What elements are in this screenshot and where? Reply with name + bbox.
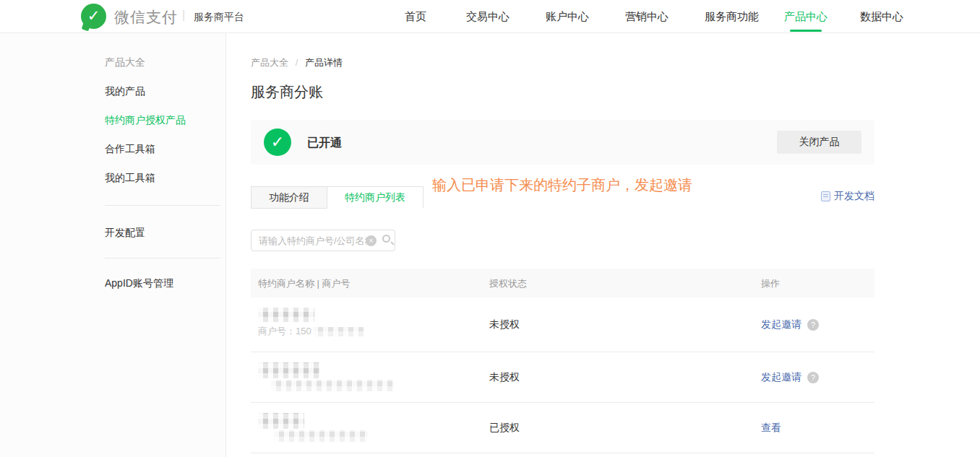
dev-doc-label: 开发文档 [834, 190, 874, 203]
breadcrumb-current: 产品详情 [305, 57, 343, 68]
merchant-name-cell [258, 362, 394, 391]
sidebar-item-dev-config[interactable]: 开发配置 [105, 227, 145, 240]
column-header-auth-status: 授权状态 [489, 277, 527, 290]
app-root: ✓ 微信支付 | 服务商平台 首页 交易中心 账户中心 营销中心 服务商功能 产… [0, 0, 980, 457]
view-action-link[interactable]: 查看 [761, 422, 781, 435]
platform-name: 服务商平台 [194, 11, 244, 24]
redacted-merchant-name [258, 308, 314, 322]
actions-cell: 查看 [761, 422, 781, 435]
help-icon[interactable]: ? [807, 372, 819, 383]
tab-submerchant-list[interactable]: 特约商户列表 [327, 186, 424, 209]
breadcrumb-parent[interactable]: 产品大全 [251, 57, 288, 68]
brand-name: 微信支付 [114, 7, 178, 27]
wechat-pay-logo-icon: ✓ [81, 4, 106, 29]
sidebar-divider [105, 258, 220, 258]
sidebar-item-my-products[interactable]: 我的产品 [105, 85, 145, 98]
status-label: 已开通 [307, 136, 342, 151]
authorization-status: 未授权 [489, 371, 520, 384]
main-content: 产品大全 / 产品详情 服务商分账 ✓ 已开通 关闭产品 输入已申请下来的特约子… [251, 33, 874, 457]
redacted-merchant-id [313, 327, 364, 336]
clear-input-icon[interactable]: × [366, 235, 377, 246]
merchant-id-line: 商户号：150 [258, 325, 364, 338]
search-box: × [251, 230, 395, 251]
actions-cell: 发起邀请 ? [761, 371, 819, 384]
breadcrumb-separator: / [296, 57, 298, 68]
topnav-item-data-center[interactable]: 数据中心 [860, 10, 903, 24]
page-title: 服务商分账 [251, 82, 323, 102]
topnav-item-home[interactable]: 首页 [405, 10, 426, 24]
topnav-item-provider-functions[interactable]: 服务商功能 [705, 10, 759, 24]
topnav-item-account[interactable]: 账户中心 [546, 10, 589, 24]
tab-feature-intro[interactable]: 功能介绍 [251, 186, 327, 209]
table-row: 已授权 查看 [251, 403, 874, 453]
help-icon[interactable]: ? [807, 319, 819, 331]
merchant-name-cell: 商户号：150 [258, 308, 364, 338]
sidebar-item-appid-management[interactable]: AppID账号管理 [105, 277, 173, 290]
sidebar: 产品大全 我的产品 特约商户授权产品 合作工具箱 我的工具箱 开发配置 AppI… [0, 33, 226, 457]
sidebar-item-my-toolbox[interactable]: 我的工具箱 [105, 172, 155, 185]
sidebar-item-authorized-products[interactable]: 特约商户授权产品 [105, 114, 186, 127]
topnav-item-products[interactable]: 产品中心 [784, 10, 828, 24]
invite-action-link[interactable]: 发起邀请 [761, 318, 801, 331]
authorization-status: 未授权 [489, 318, 520, 331]
logo-check-icon: ✓ [81, 4, 106, 29]
breadcrumb: 产品大全 / 产品详情 [251, 56, 343, 69]
sidebar-item-cooperation-toolbox[interactable]: 合作工具箱 [105, 143, 155, 156]
merchant-name-cell [258, 413, 368, 442]
table-row: 商户号：150 未授权 发起邀请 ? [251, 297, 874, 352]
column-header-merchant: 特约商户名称 | 商户号 [258, 277, 351, 290]
dev-doc-link[interactable]: 开发文档 [821, 190, 874, 203]
topnav-item-transactions[interactable]: 交易中心 [466, 10, 510, 24]
table-header: 特约商户名称 | 商户号 授权状态 操作 [251, 269, 874, 297]
invite-action-link[interactable]: 发起邀请 [761, 371, 801, 384]
top-navigation-bar: ✓ 微信支付 | 服务商平台 首页 交易中心 账户中心 营销中心 服务商功能 产… [0, 0, 980, 33]
document-icon [821, 191, 830, 201]
close-product-button[interactable]: 关闭产品 [777, 131, 861, 154]
search-icon[interactable] [382, 235, 390, 243]
sidebar-item-all-products[interactable]: 产品大全 [105, 56, 145, 69]
annotation-note: 输入已申请下来的特约子商户，发起邀请 [432, 175, 692, 195]
success-check-icon: ✓ [264, 129, 291, 156]
table-row: 未授权 发起邀请 ? [251, 352, 874, 403]
authorization-status: 已授权 [489, 422, 520, 435]
status-banner: ✓ 已开通 关闭产品 [251, 120, 874, 165]
sidebar-divider [105, 205, 220, 206]
redacted-merchant-id [274, 430, 368, 442]
column-header-actions: 操作 [761, 277, 780, 290]
redacted-merchant-name [258, 413, 304, 429]
active-nav-underline [790, 30, 822, 32]
redacted-merchant-id [271, 380, 394, 391]
actions-cell: 发起邀请 ? [761, 318, 819, 331]
topnav-item-marketing[interactable]: 营销中心 [625, 10, 669, 24]
tab-bar: 功能介绍 特约商户列表 [251, 186, 424, 209]
brand-separator: | [182, 9, 185, 22]
merchant-id-text: 商户号：150 [258, 325, 311, 338]
topnav-item-products-label: 产品中心 [784, 10, 828, 22]
redacted-merchant-name [258, 362, 320, 378]
